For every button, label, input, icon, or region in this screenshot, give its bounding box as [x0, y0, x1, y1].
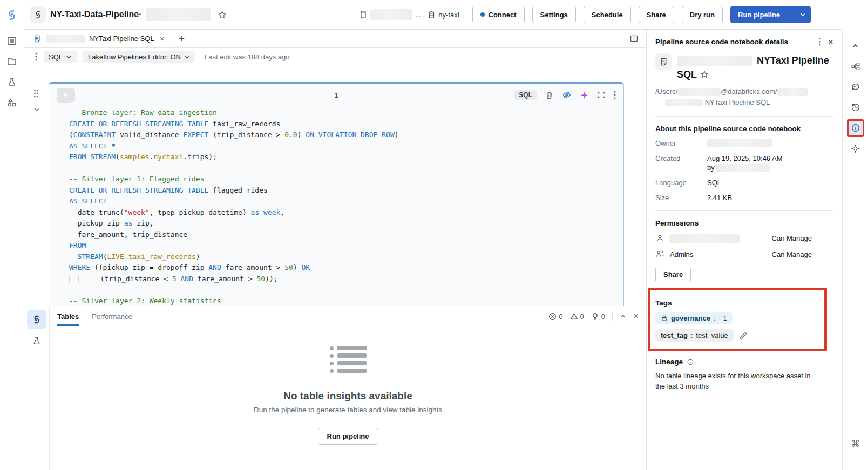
catalog-icon [359, 10, 368, 19]
share-label: Share [647, 11, 666, 19]
delete-cell-trash-icon[interactable] [545, 91, 554, 100]
tab-nytaxi-pipeline-sql[interactable]: NYTaxi Pipeline SQL × [24, 30, 171, 47]
tab-label: NYTaxi Pipeline SQL [89, 35, 154, 43]
left-sidebar [0, 0, 24, 470]
tab-performance[interactable]: Performance [92, 306, 132, 326]
person-icon [655, 234, 664, 243]
run-pipeline-chevron-down-icon[interactable] [795, 11, 810, 18]
chevron-down-icon [184, 54, 190, 60]
info-icon[interactable] [687, 358, 694, 366]
settings-button[interactable]: Settings [532, 6, 576, 23]
dry-run-button[interactable]: Dry run [682, 6, 723, 23]
details-kebab-menu-icon[interactable] [819, 38, 821, 46]
panel-close-icon[interactable]: × [633, 311, 639, 322]
cell-actions: SQL [514, 90, 616, 100]
run-cell-button[interactable] [57, 88, 75, 103]
path-domain: @databricks.com/ [721, 87, 777, 96]
chevron-down-icon [66, 54, 72, 60]
models-shapes-icon[interactable] [3, 93, 21, 112]
favorite-star-icon[interactable] [700, 70, 709, 79]
schedule-button[interactable]: Schedule [584, 6, 631, 23]
experiments-flask-icon[interactable] [3, 73, 21, 91]
tag-governance[interactable]: governance:1 [655, 312, 733, 324]
section-divider [655, 210, 833, 211]
empty-state-subtitle: Run the pipeline to generate tables and … [254, 406, 442, 414]
assistant-sparkle-outline-icon[interactable] [847, 140, 864, 157]
lineage-graph-icon[interactable] [847, 58, 864, 75]
bottom-insights-panel: Tables Performance 0 0 [24, 306, 646, 470]
created-by-label: by [707, 164, 715, 172]
folder-icon[interactable] [3, 52, 21, 71]
permissions-share-button[interactable]: Share [655, 267, 691, 282]
tab-tables[interactable]: Tables [57, 306, 79, 326]
cell-kebab-menu-icon[interactable] [614, 91, 616, 99]
redacted-path-part [777, 88, 808, 96]
editor-mode-dropdown[interactable]: Lakeflow Pipelines Editor: ON [83, 51, 195, 63]
run-pipeline-divider [791, 6, 791, 23]
tag-row-test-tag: test_tag:test_value [655, 329, 833, 342]
warning-counter[interactable]: 0 [570, 312, 584, 321]
collapse-chevron-up-icon[interactable] [847, 37, 864, 55]
pipeline-title-icon[interactable] [30, 6, 46, 23]
pipelines-logo-icon[interactable] [6, 0, 18, 30]
tag-key: governance [671, 314, 710, 322]
panel-expand-chevron-icon[interactable] [620, 313, 626, 319]
cell-language-badge[interactable]: SQL [514, 90, 537, 100]
cell-collapse-chevron-icon[interactable] [33, 106, 40, 113]
play-icon [63, 92, 69, 98]
tag-value: 1 [723, 314, 727, 322]
connect-button[interactable]: Connect [472, 6, 525, 23]
error-counter[interactable]: 0 [548, 312, 562, 321]
redacted-path-part2 [665, 99, 703, 106]
split-editor-icon[interactable] [629, 30, 646, 47]
fullscreen-icon[interactable] [597, 91, 606, 99]
share-button[interactable]: Share [639, 6, 674, 23]
owner-row: Owner [655, 139, 833, 148]
new-tab-button[interactable]: + [171, 30, 192, 47]
created-value: Aug 19, 2025, 10:46 AM by [707, 154, 783, 172]
command-key-icon[interactable]: ⌘ [851, 438, 860, 449]
error-count: 0 [559, 312, 562, 321]
pipeline-view-icon[interactable] [27, 310, 46, 329]
tab-close-icon[interactable]: × [160, 35, 165, 43]
suggestion-counter[interactable]: 0 [591, 312, 605, 321]
last-edit-link[interactable]: Last edit was 188 days ago [205, 53, 290, 61]
sql-code-cell[interactable]: 1 SQL [49, 82, 624, 306]
tag-separator: : [691, 331, 693, 339]
redacted-catalog-name [370, 9, 412, 20]
details-close-icon[interactable]: × [828, 37, 833, 47]
comments-icon[interactable] [847, 78, 864, 96]
kebab-menu-icon[interactable] [35, 52, 37, 61]
workspace-list-icon[interactable] [3, 32, 21, 50]
cell-drag-handle-icon[interactable] [33, 89, 39, 98]
lineage-empty-text: No table lineage exists for this workspa… [655, 371, 817, 391]
connect-label: Connect [489, 11, 517, 19]
catalog-context[interactable]: ... . ny-taxi [359, 9, 459, 20]
language-dropdown-label: SQL [49, 53, 63, 61]
assistant-sparkle-icon[interactable] [580, 91, 589, 100]
database-name: ny-taxi [438, 11, 459, 19]
main-area: NY-Taxi-Data-Pipeline· ... . ny-taxi Con… [24, 0, 842, 470]
tab-bar-spacer [192, 30, 629, 47]
version-history-icon[interactable] [847, 99, 864, 116]
right-sidebar: ⌘ [842, 30, 868, 470]
run-pipeline-button[interactable]: Run pipeline [730, 6, 811, 23]
insights-tabs: Tables Performance 0 0 [50, 306, 646, 326]
tag-test-tag[interactable]: test_tag:test_value [655, 329, 734, 342]
empty-state-run-pipeline-button[interactable]: Run pipeline [318, 428, 378, 445]
lineage-heading-row: Lineage [655, 358, 833, 366]
details-info-icon[interactable] [847, 119, 864, 137]
favorite-star-icon[interactable] [218, 10, 227, 19]
hide-result-eye-off-icon[interactable] [562, 90, 572, 100]
notebook-title: NYTaxi Pipeline SQL [677, 53, 833, 81]
tag-row-governance: governance:1 [655, 312, 833, 324]
sql-code-editor[interactable]: -- Bronze layer: Raw data ingestionCREAT… [49, 106, 623, 306]
empty-state: No table insights available Run the pipe… [50, 326, 646, 470]
notebook-title-row: NYTaxi Pipeline SQL [655, 53, 833, 81]
tags-section: Tags governance:1 test_tag:test_value [655, 291, 833, 349]
database-icon [428, 11, 436, 19]
admins-access-level: Can Manage [772, 250, 812, 258]
experiments-flask-icon-small[interactable] [28, 332, 45, 350]
edit-tags-pencil-icon[interactable] [739, 331, 748, 340]
language-dropdown[interactable]: SQL [44, 51, 77, 63]
